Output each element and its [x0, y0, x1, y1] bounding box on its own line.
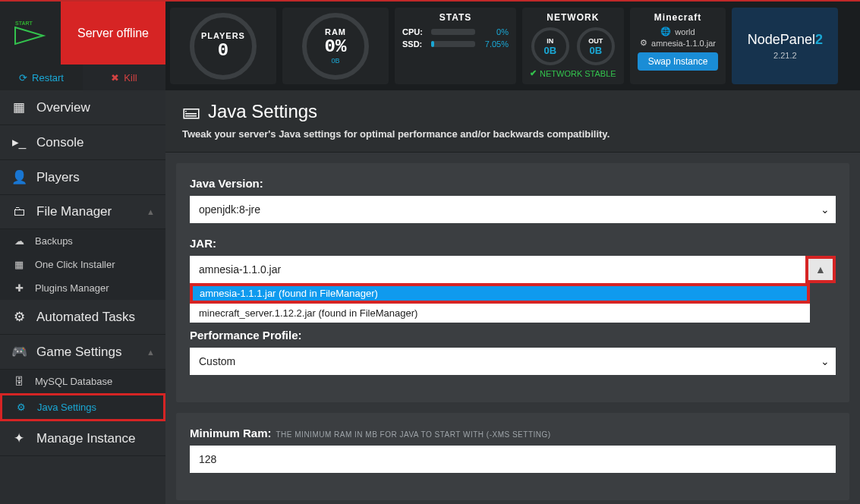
network-panel: NETWORK IN 0B OUT 0B ✔ NETWORK STABLE	[522, 8, 624, 84]
players-gauge: PLAYERS 0	[170, 8, 276, 84]
network-title: NETWORK	[547, 12, 599, 23]
sidebar-item-plugins[interactable]: ✚ Plugins Manager	[0, 276, 165, 300]
svg-text:START: START	[15, 20, 33, 26]
performance-field: Performance Profile: Custom ⌄	[190, 329, 836, 375]
kill-button[interactable]: ✖ Kill	[83, 65, 165, 90]
sidebar-item-console[interactable]: ▸_ Console	[0, 125, 165, 160]
min-ram-label: Minimum Ram: THE MINIMUM RAM IN MB FOR J…	[190, 427, 836, 439]
network-status: ✔ NETWORK STABLE	[530, 68, 616, 78]
ram-section: Minimum Ram: THE MINIMUM RAM IN MB FOR J…	[176, 413, 849, 500]
sidebar-item-label: Manage Instance	[36, 431, 135, 446]
instance-world: world	[675, 27, 695, 36]
play-icon: START	[13, 17, 48, 49]
sidebar-item-game-settings[interactable]: 🎮 Game Settings ▲	[0, 335, 165, 370]
sidebar-item-mysql[interactable]: 🗄 MySQL Database	[0, 370, 165, 393]
cpu-label: CPU:	[402, 27, 427, 36]
sidebar-item-label: Overview	[36, 100, 90, 115]
sidebar-item-label: One Click Installer	[35, 259, 115, 270]
sidebar-item-automated-tasks[interactable]: ⚙ Automated Tasks	[0, 300, 165, 335]
net-in: IN 0B	[531, 27, 569, 65]
swap-instance-button[interactable]: Swap Instance	[638, 52, 719, 71]
sidebar-item-java-settings[interactable]: ⚙ Java Settings	[0, 393, 165, 421]
min-ram-hint: THE MINIMUM RAM IN MB FOR JAVA TO START …	[276, 430, 551, 439]
sidebar-item-backups[interactable]: ☁ Backups	[0, 229, 165, 253]
robot-icon: ⚙	[11, 309, 27, 325]
topbar-controls: START Server offline ⟳ Restart ✖ Kill	[0, 2, 165, 90]
instance-panel: Minecraft 🌐world ⚙amnesia-1.1.0.jar Swap…	[630, 8, 726, 84]
jar-option[interactable]: amnesia-1.1.1.jar (found in FileManager)	[190, 283, 810, 304]
gamepad-icon: 🎮	[11, 344, 27, 360]
restart-label: Restart	[32, 72, 64, 83]
topbar-panels: PLAYERS 0 RAM 0% 0B STATS CPU: 0% SSD: 7…	[165, 2, 860, 90]
close-icon: ✖	[111, 72, 119, 83]
ram-value: 0%	[325, 36, 347, 57]
ssd-value: 7.05%	[480, 39, 509, 49]
start-button[interactable]: START	[0, 2, 61, 65]
brand-version: 2.21.2	[773, 51, 797, 60]
instance-jar: amnesia-1.1.0.jar	[651, 39, 716, 48]
settings-section: Java Version: openjdk:8-jre ⌄ JAR: amnes…	[176, 163, 849, 402]
sidebar-item-manage-instance[interactable]: ✦ Manage Instance	[0, 421, 165, 456]
sidebar-item-overview[interactable]: ▦ Overview	[0, 90, 165, 125]
page-subtitle: Tweak your server's Java settings for op…	[182, 128, 843, 140]
jar-input[interactable]: amnesia-1.1.0.jar	[190, 256, 805, 283]
sidebar-item-label: Players	[36, 170, 80, 185]
ssd-bar	[431, 41, 475, 47]
jar-dropdown: amnesia-1.1.1.jar (found in FileManager)…	[190, 283, 810, 323]
folder-icon: 🗀	[11, 204, 27, 219]
chevron-up-icon: ▲	[815, 263, 826, 276]
disk-icon: 🖴	[182, 101, 200, 122]
jar-dropdown-toggle[interactable]: ▲	[805, 256, 836, 283]
sidebar-item-label: Plugins Manager	[35, 282, 109, 294]
performance-label: Performance Profile:	[190, 329, 836, 342]
players-label: PLAYERS	[201, 31, 245, 40]
min-ram-field: Minimum Ram: THE MINIMUM RAM IN MB FOR J…	[190, 427, 836, 473]
restart-button[interactable]: ⟳ Restart	[0, 65, 83, 90]
sidebar-item-label: Backups	[35, 235, 73, 247]
sidebar: ▦ Overview ▸_ Console 👤 Players 🗀 File M…	[0, 90, 165, 504]
globe-icon: 🌐	[660, 27, 671, 36]
sidebar-item-label: Game Settings	[36, 345, 121, 360]
players-value: 0	[218, 40, 228, 61]
jar-field: JAR: amnesia-1.1.0.jar ▲ amnesia-1.1.1.j…	[190, 237, 836, 283]
instance-title: Minecraft	[654, 12, 701, 23]
main-content: 🖴 Java Settings Tweak your server's Java…	[165, 90, 860, 504]
sidebar-item-file-manager[interactable]: 🗀 File Manager ▲	[0, 195, 165, 229]
min-ram-input[interactable]	[190, 446, 836, 473]
cpu-bar	[431, 29, 475, 35]
ram-sub: 0B	[331, 57, 339, 65]
performance-select[interactable]: Custom	[190, 348, 836, 375]
java-version-select[interactable]: openjdk:8-jre	[190, 196, 836, 223]
server-status: Server offline	[61, 2, 165, 65]
cpu-value: 0%	[480, 27, 509, 36]
cloud-icon: ☁	[11, 235, 27, 247]
puzzle-icon: ✚	[11, 282, 27, 294]
person-icon: 👤	[11, 169, 27, 185]
topbar: START Server offline ⟳ Restart ✖ Kill PL…	[0, 0, 860, 90]
grid-icon: ▦	[11, 259, 27, 270]
kill-label: Kill	[124, 72, 137, 83]
java-version-label: Java Version:	[190, 177, 836, 190]
jar-option[interactable]: minecraft_server.1.12.2.jar (found in Fi…	[190, 304, 810, 323]
sidebar-item-players[interactable]: 👤 Players	[0, 160, 165, 195]
chevron-up-icon: ▲	[146, 207, 155, 216]
wand-icon: ✦	[11, 430, 27, 446]
terminal-icon: ▸_	[11, 134, 27, 150]
sidebar-item-label: Automated Tasks	[36, 310, 135, 325]
net-out: OUT 0B	[577, 27, 615, 65]
ram-gauge: RAM 0% 0B	[282, 8, 389, 84]
refresh-icon: ⟳	[19, 72, 27, 83]
ram-label: RAM	[325, 27, 346, 36]
sidebar-item-label: Java Settings	[37, 402, 96, 413]
gears-icon: ⚙	[13, 402, 30, 413]
jar-combobox: amnesia-1.1.0.jar ▲ amnesia-1.1.1.jar (f…	[190, 256, 836, 283]
chevron-up-icon: ▲	[146, 348, 155, 357]
brand-panel: NodePanel2 2.21.2	[732, 8, 838, 84]
sidebar-item-label: MySQL Database	[35, 376, 112, 387]
stats-title: STATS	[439, 12, 472, 23]
jar-label: JAR:	[190, 237, 836, 250]
sidebar-item-one-click[interactable]: ▦ One Click Installer	[0, 253, 165, 276]
grid-icon: ▦	[11, 99, 27, 115]
sidebar-item-label: File Manager	[36, 204, 112, 219]
gear-icon: ⚙	[640, 38, 647, 48]
